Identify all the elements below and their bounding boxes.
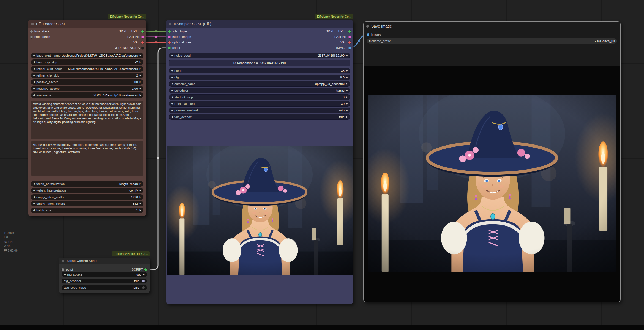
arrow-right-icon[interactable]: ▶ xyxy=(346,96,348,98)
widget-noise-seed[interactable]: ◀ noise_seed 238710419612190 ▶ xyxy=(169,53,350,58)
arrow-right-icon[interactable]: ▶ xyxy=(346,70,348,72)
node-ksampler-sdxl-eff[interactable]: KSampler SDXL (Eff.) sdxl_tuple SDXL_TUP… xyxy=(166,20,353,304)
arrow-left-icon[interactable]: ◀ xyxy=(33,81,35,83)
input-port-cnet-stack[interactable]: cnet_stack xyxy=(30,35,50,39)
arrow-left-icon[interactable]: ◀ xyxy=(33,203,35,205)
arrow-left-icon[interactable]: ◀ xyxy=(33,196,35,198)
arrow-left-icon[interactable]: ◀ xyxy=(33,74,35,77)
widget-weight-interpretation[interactable]: ◀ weight_interpretation comfy ▶ xyxy=(31,188,143,193)
arrow-left-icon[interactable]: ◀ xyxy=(171,54,173,57)
negative-prompt-textarea[interactable]: 3d, low quality, worst quality, mutation… xyxy=(31,141,143,176)
arrow-right-icon[interactable]: ▶ xyxy=(140,54,141,57)
arrow-left-icon[interactable]: ◀ xyxy=(33,88,35,90)
port-dot[interactable] xyxy=(348,41,351,44)
widget-refine-at-step[interactable]: ◀ refine_at_step 30 ▶ xyxy=(169,101,350,107)
node-noise-control-script[interactable]: Noise Control Script script SCRIPT ◀ rng… xyxy=(59,258,150,293)
toggle-icon[interactable] xyxy=(142,280,145,282)
widget-steps[interactable]: ◀ steps 35 ▶ xyxy=(169,68,350,73)
arrow-left-icon[interactable]: ◀ xyxy=(171,116,173,118)
output-port-sdxl-tuple[interactable]: SDXL_TUPLE xyxy=(326,29,351,33)
arrow-right-icon[interactable]: ▶ xyxy=(140,81,141,83)
widget-cfg[interactable]: ◀ cfg 9.0 ▶ xyxy=(169,75,350,80)
port-dot[interactable] xyxy=(348,30,351,33)
node-eff-loader-sdxl[interactable]: Eff. Loader SDXL lora_stack SDXL_TUPLE c… xyxy=(28,20,146,216)
output-port-latent[interactable]: LATENT xyxy=(334,35,351,39)
arrow-left-icon[interactable]: ◀ xyxy=(33,183,35,185)
widget-scheduler[interactable]: ◀ scheduler karras ▶ xyxy=(169,88,350,93)
arrow-right-icon[interactable]: ▶ xyxy=(140,61,141,63)
widget-negative-ascore[interactable]: ◀ negative_ascore 2.00 ▶ xyxy=(31,86,143,91)
arrow-left-icon[interactable]: ◀ xyxy=(33,209,35,211)
output-port-vae[interactable]: VAE xyxy=(340,40,351,44)
output-port-dependencies[interactable]: DEPENDENCIES xyxy=(114,46,144,50)
input-port-optional-vae[interactable]: optional_vae xyxy=(168,40,191,44)
arrow-right-icon[interactable]: ▶ xyxy=(140,68,141,70)
widget-vae-name[interactable]: ◀ vae_name SDXL_VAEfix_fp16.safetensors … xyxy=(31,92,143,98)
arrow-right-icon[interactable]: ▶ xyxy=(140,183,141,185)
arrow-right-icon[interactable]: ▶ xyxy=(140,88,141,90)
arrow-left-icon[interactable]: ◀ xyxy=(64,273,66,276)
port-dot[interactable] xyxy=(168,41,171,44)
node-save-image[interactable]: Save Image images filename_prefix SDXL\h… xyxy=(363,21,621,302)
widget-refiner-ckpt-name[interactable]: ◀ refiner_ckpt_name SDXL\dreamshaperXL10… xyxy=(31,66,143,72)
arrow-right-icon[interactable]: ▶ xyxy=(346,89,348,92)
port-dot[interactable] xyxy=(30,30,33,33)
arrow-left-icon[interactable]: ◀ xyxy=(33,68,35,70)
arrow-right-icon[interactable]: ▶ xyxy=(346,76,348,78)
widget-base-clip-skip[interactable]: ◀ base_clip_skip -2 ▶ xyxy=(31,59,143,65)
positive-prompt-textarea[interactable]: award winning character concept art of, … xyxy=(31,101,143,139)
input-port-lora-stack[interactable]: lora_stack xyxy=(30,29,50,33)
node-header[interactable]: Eff. Loader SDXL xyxy=(28,20,146,28)
arrow-right-icon[interactable]: ▶ xyxy=(140,196,141,198)
arrow-right-icon[interactable]: ▶ xyxy=(140,203,141,205)
arrow-left-icon[interactable]: ◀ xyxy=(33,61,35,63)
port-dot[interactable] xyxy=(168,36,171,38)
toggle-icon[interactable] xyxy=(142,286,145,289)
input-dot-images[interactable] xyxy=(367,33,369,36)
arrow-left-icon[interactable]: ◀ xyxy=(171,76,173,78)
arrow-left-icon[interactable]: ◀ xyxy=(33,94,35,96)
widget-refiner-clip-skip[interactable]: ◀ refiner_clip_skip -2 ▶ xyxy=(31,73,143,78)
widget-token-normalization[interactable]: ◀ token_normalization length+mean ▶ xyxy=(31,181,143,187)
arrow-right-icon[interactable]: ▶ xyxy=(346,54,348,57)
widget-rng-source[interactable]: ◀ rng_source gpu ▶ xyxy=(62,272,147,277)
port-dot[interactable] xyxy=(348,47,351,49)
port-dot[interactable] xyxy=(168,47,171,49)
collapse-dot-icon[interactable] xyxy=(366,25,369,28)
arrow-right-icon[interactable]: ▶ xyxy=(346,109,348,111)
widget-preview-method[interactable]: ◀ preview_method auto ▶ xyxy=(169,108,350,113)
widget-vae-decode[interactable]: ◀ vae_decode true ▶ xyxy=(169,114,350,120)
arrow-left-icon[interactable]: ◀ xyxy=(171,96,173,98)
collapse-icon[interactable] xyxy=(62,260,64,262)
arrow-right-icon[interactable]: ▶ xyxy=(140,209,141,211)
widget-filename-prefix[interactable]: filename_prefix SDXL\hires_00 xyxy=(367,38,617,44)
port-dot[interactable] xyxy=(141,36,144,38)
arrow-right-icon[interactable]: ▶ xyxy=(143,273,145,276)
port-dot[interactable] xyxy=(141,41,144,44)
output-port-latent[interactable]: LATENT xyxy=(127,35,144,39)
input-port-script[interactable]: script xyxy=(168,46,180,50)
preview-image-container[interactable] xyxy=(167,146,353,275)
arrow-left-icon[interactable]: ◀ xyxy=(171,89,173,92)
comfyui-canvas[interactable]: Efficiency Nodes for Co... Efficiency No… xyxy=(0,0,644,330)
collapse-icon[interactable] xyxy=(31,23,34,25)
arrow-right-icon[interactable]: ▶ xyxy=(346,103,348,105)
output-port-sdxl-tuple[interactable]: SDXL_TUPLE xyxy=(119,29,144,33)
port-dot[interactable] xyxy=(141,47,144,49)
port-dot[interactable] xyxy=(144,268,147,271)
input-port-sdxl-tuple[interactable]: sdxl_tuple xyxy=(168,29,187,33)
port-dot[interactable] xyxy=(62,268,64,271)
widget-sampler-name[interactable]: ◀ sampler_name dpmpp_2s_ancestral ▶ xyxy=(169,81,350,87)
arrow-left-icon[interactable]: ◀ xyxy=(171,103,173,105)
randomize-seed-button[interactable]: ⚂ Randomize / ♻ 238710419612190 xyxy=(169,60,350,66)
node-header[interactable]: KSampler SDXL (Eff.) xyxy=(166,20,353,28)
arrow-right-icon[interactable]: ▶ xyxy=(346,83,348,85)
port-dot[interactable] xyxy=(348,36,351,38)
port-dot[interactable] xyxy=(141,30,144,33)
input-port-script[interactable]: script xyxy=(62,268,73,271)
arrow-left-icon[interactable]: ◀ xyxy=(171,83,173,85)
arrow-left-icon[interactable]: ◀ xyxy=(171,109,173,111)
arrow-right-icon[interactable]: ▶ xyxy=(346,116,348,118)
arrow-right-icon[interactable]: ▶ xyxy=(140,189,141,192)
widget-empty-latent-width[interactable]: ◀ empty_latent_width 1216 ▶ xyxy=(31,194,143,200)
